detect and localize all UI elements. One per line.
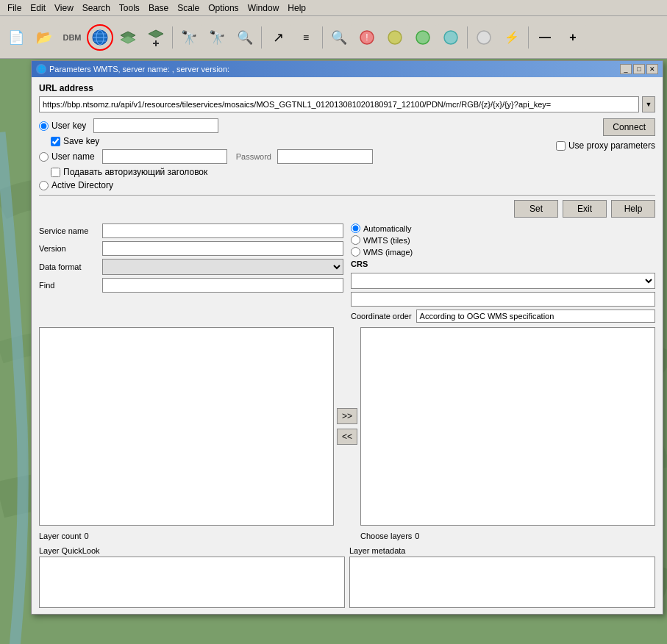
binoculars1-button[interactable]: 🔭	[176, 24, 202, 51]
coord-order-row: Coordinate order According to OGC WMS sp…	[351, 310, 655, 323]
service-type-crs: Automatically WMTS (tiles) WMS (image)	[351, 223, 655, 323]
save-key-label: Save key	[63, 136, 99, 146]
separator-4	[467, 26, 468, 49]
selected-layers-list[interactable]	[360, 327, 655, 526]
version-input[interactable]	[102, 241, 343, 256]
svg-point-14	[444, 31, 457, 44]
user-key-row: User key	[39, 118, 549, 133]
dialog-close-button[interactable]: ✕	[646, 64, 658, 74]
list-button[interactable]: ≡	[293, 24, 319, 51]
user-key-radio[interactable]	[39, 121, 49, 131]
menu-view[interactable]: View	[50, 1, 78, 15]
globe-button[interactable]	[87, 24, 113, 51]
lightning-button[interactable]: ⚡	[499, 24, 525, 51]
dbm-button[interactable]: DBM	[59, 24, 85, 51]
menu-help[interactable]: Help	[283, 1, 310, 15]
quicklook-label: Layer QuickLook	[39, 546, 345, 555]
set-button[interactable]: Set	[514, 200, 558, 218]
menu-edit[interactable]: Edit	[26, 1, 50, 15]
menu-tools[interactable]: Tools	[115, 1, 144, 15]
open-button[interactable]: 📂	[31, 24, 57, 51]
plugin1-button[interactable]: !	[354, 24, 380, 51]
new-button[interactable]: 📄	[3, 24, 29, 51]
user-name-input[interactable]	[102, 149, 227, 164]
plugin2-button[interactable]	[382, 24, 408, 51]
layer-count-row: Layer count 0 Choose layers 0	[39, 530, 655, 542]
menu-scale[interactable]: Scale	[173, 1, 204, 15]
user-name-label: User name	[51, 151, 95, 162]
data-format-select[interactable]	[102, 259, 343, 275]
plugin3-button[interactable]	[410, 24, 436, 51]
layers-button[interactable]	[115, 24, 141, 51]
version-row: Version	[39, 241, 343, 256]
wmts-radio[interactable]	[351, 235, 360, 245]
active-dir-row: Active Directory	[39, 180, 549, 190]
dialog-title-text: Parameters WMTS, server name: , server v…	[49, 65, 229, 74]
menu-search[interactable]: Search	[78, 1, 115, 15]
wms-label: WMS (image)	[363, 248, 413, 257]
wmts-radio-row: WMTS (tiles)	[351, 235, 655, 245]
find-input[interactable]	[102, 278, 343, 293]
save-key-checkbox[interactable]	[51, 137, 60, 146]
save-key-row: Save key	[51, 136, 549, 146]
dialog-titlebar: 🌐 Parameters WMTS, server name: , server…	[32, 61, 663, 77]
submit-auth-row: Подавать авторизующий заголовок	[51, 167, 549, 177]
crs-input[interactable]	[351, 292, 655, 307]
menubar: File Edit View Search Tools Base Scale O…	[0, 0, 667, 16]
dialog-maximize-button[interactable]: □	[633, 64, 645, 74]
layers-icon	[119, 29, 137, 46]
data-format-label: Data format	[39, 262, 98, 271]
menu-base[interactable]: Base	[144, 1, 173, 15]
crs-select[interactable]	[351, 273, 655, 289]
service-crs-grid: Service name Version Data format	[39, 223, 655, 323]
service-name-row: Service name	[39, 223, 343, 238]
user-name-radio[interactable]	[39, 152, 49, 162]
divider-1	[39, 195, 655, 196]
zoom-out-button[interactable]: —	[532, 24, 558, 51]
service-params: Service name Version Data format	[39, 223, 343, 323]
arrow-button[interactable]: ↗	[265, 24, 291, 51]
choose-layers-cell: Choose layers 0	[360, 530, 655, 542]
main-area: 🌐 Parameters WMTS, server name: , server…	[0, 59, 667, 644]
url-input[interactable]	[39, 96, 639, 112]
auto-radio[interactable]	[351, 223, 360, 233]
binoculars2-button[interactable]: 🔭	[204, 24, 230, 51]
active-dir-radio[interactable]	[39, 181, 49, 190]
plugin4-button[interactable]	[438, 24, 464, 51]
zoom-in-button[interactable]: +	[560, 24, 586, 51]
exit-button[interactable]: Exit	[563, 200, 607, 218]
help-button[interactable]: Help	[611, 200, 655, 218]
url-dropdown-button[interactable]: ▼	[642, 96, 655, 112]
svg-point-15	[477, 31, 491, 44]
password-input[interactable]	[277, 149, 373, 164]
separator-5	[528, 26, 529, 49]
menu-file[interactable]: File	[3, 1, 26, 15]
submit-auth-checkbox[interactable]	[51, 168, 60, 177]
menu-options[interactable]: Options	[204, 1, 243, 15]
auth-left: User key Save key User name Password	[39, 118, 549, 190]
move-left-button[interactable]: <<	[337, 429, 357, 445]
menu-window[interactable]: Window	[243, 1, 284, 15]
proxy-checkbox[interactable]	[556, 141, 566, 151]
list-move-buttons: >> <<	[334, 327, 360, 526]
submit-auth-label: Подавать авторизующий заголовок	[63, 167, 207, 177]
service-name-input[interactable]	[102, 223, 343, 238]
toolbar: 📄 📂 DBM 🔭 🔭 🔍 ↗ ≡ 🔍 !	[0, 16, 667, 59]
crs-section: CRS Coordinate order According to OGC WM…	[351, 260, 655, 323]
user-key-input[interactable]	[93, 118, 218, 133]
wms-radio[interactable]	[351, 247, 360, 257]
move-right-button[interactable]: >>	[337, 408, 357, 424]
add-layer-button[interactable]	[143, 24, 169, 51]
ball-button[interactable]	[471, 24, 497, 51]
search-binoculars-button[interactable]: 🔍	[232, 24, 258, 51]
dialog-controls: _ □ ✕	[620, 64, 658, 74]
dialog-title-icon: 🌐	[36, 64, 46, 74]
available-layers-list[interactable]	[39, 327, 334, 526]
plugin3-icon	[415, 29, 431, 46]
dialog-minimize-button[interactable]: _	[620, 64, 632, 74]
magnify-button[interactable]: 🔍	[326, 24, 352, 51]
lists-area: >> <<	[39, 327, 655, 526]
choose-layers-label: Choose layers	[360, 532, 412, 540]
url-section-label: URL address	[39, 83, 655, 93]
connect-button[interactable]: Connect	[603, 118, 655, 136]
